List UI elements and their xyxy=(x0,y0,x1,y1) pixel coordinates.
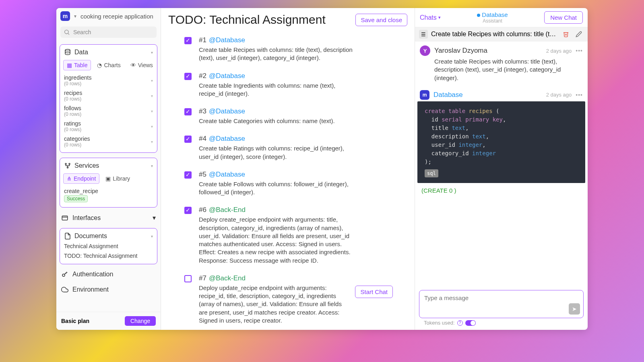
svg-point-4 xyxy=(69,163,70,165)
chat-textarea[interactable] xyxy=(424,294,578,308)
svg-rect-6 xyxy=(62,216,68,220)
svg-line-1 xyxy=(68,33,69,35)
checkbox[interactable] xyxy=(184,136,192,143)
tab-views[interactable]: 👁Views xyxy=(127,60,157,70)
plan-label: Basic plan xyxy=(61,318,89,324)
chats-dropdown[interactable]: Chats▾ xyxy=(420,14,441,21)
service-item[interactable]: create_recipe Success xyxy=(63,186,154,204)
todo-number: #3 xyxy=(199,107,206,115)
svg-point-5 xyxy=(67,167,68,168)
todo-number: #6 xyxy=(199,206,206,214)
table-item[interactable]: ingredients(0 rows)▾ xyxy=(63,73,154,88)
trash-icon[interactable] xyxy=(561,30,571,38)
todo-tag[interactable]: @Database xyxy=(209,36,245,44)
tab-table[interactable]: ▦Table xyxy=(63,60,91,70)
data-panel: Data ▾ ▦Table ◔Charts 👁Views ingredients… xyxy=(60,44,157,153)
todo-number: #1 xyxy=(199,36,206,44)
tab-endpoint[interactable]: ⋔Endpoint xyxy=(63,173,99,184)
documents-panel: Documents ▾ Technical Assignment TODO: T… xyxy=(60,228,157,264)
chevron-down-icon[interactable]: ▾ xyxy=(151,164,153,168)
todo-tag[interactable]: @Database xyxy=(209,72,245,80)
chevron-down-icon: ▾ xyxy=(153,214,156,222)
todo-description: Create table Ratings with columns: recip… xyxy=(199,144,360,161)
message-author: Database xyxy=(433,91,463,99)
checkbox[interactable] xyxy=(184,207,192,214)
data-panel-title: Data xyxy=(74,49,88,56)
todo-tag[interactable]: @Back-End xyxy=(209,206,246,214)
services-panel: Services ▾ ⋔Endpoint ▣Library create_rec… xyxy=(60,158,157,208)
status-dot-icon xyxy=(477,14,480,17)
chevron-down-icon: ▾ xyxy=(438,15,441,20)
tokens-toggle[interactable] xyxy=(465,320,476,326)
tab-library[interactable]: ▣Library xyxy=(102,173,134,184)
table-item[interactable]: follows(0 rows)▾ xyxy=(63,103,154,119)
tab-charts[interactable]: ◔Charts xyxy=(93,60,124,70)
interfaces-icon xyxy=(61,214,68,222)
todo-tag[interactable]: @Back-End xyxy=(209,274,246,282)
new-chat-button[interactable]: New Chat xyxy=(544,11,583,24)
todo-number: #5 xyxy=(199,171,206,178)
code-block: create table recipes ( id serial primary… xyxy=(417,101,585,183)
thread-title: Create table Recipes with columns: title… xyxy=(431,31,558,38)
search-input[interactable]: Search xyxy=(60,27,157,38)
chevron-down-icon: ▾ xyxy=(151,94,153,98)
todo-description: Deploy create_recipe endpoint with argum… xyxy=(199,216,360,265)
help-icon[interactable]: ? xyxy=(457,320,463,326)
todo-tag[interactable]: @Database xyxy=(209,107,245,115)
more-icon[interactable]: ••• xyxy=(576,92,583,98)
document-item[interactable]: TODO: Technical Assignment xyxy=(63,251,154,261)
chevron-down-icon: ▾ xyxy=(151,140,153,144)
table-item[interactable]: recipes(0 rows)▾ xyxy=(63,88,154,103)
database-icon: ☰ xyxy=(419,30,428,39)
services-icon xyxy=(64,162,71,169)
message-time: 2 days ago xyxy=(546,92,572,98)
save-close-button[interactable]: Save and close xyxy=(355,14,407,26)
change-plan-button[interactable]: Change xyxy=(125,316,156,326)
nav-environment[interactable]: Environment xyxy=(56,282,161,297)
todo-tag[interactable]: @Database xyxy=(209,135,245,142)
nav-interfaces[interactable]: Interfaces▾ xyxy=(56,210,161,226)
documents-title: Documents xyxy=(74,232,107,240)
todo-tag[interactable]: @Database xyxy=(209,171,245,178)
cloud-icon xyxy=(61,286,68,293)
checkbox[interactable] xyxy=(184,275,192,282)
chevron-down-icon[interactable]: ▾ xyxy=(151,234,153,239)
todo-item: #3@DatabaseCreate table Categories with … xyxy=(168,102,405,129)
svg-point-3 xyxy=(65,163,66,165)
table-item[interactable]: ratings(0 rows)▾ xyxy=(63,119,154,134)
document-item[interactable]: Technical Assignment xyxy=(63,241,154,251)
todo-description: Deploy update_recipe endpoint with argum… xyxy=(199,284,348,325)
svg-point-2 xyxy=(65,49,70,51)
todo-description: Create table Recipes with columns: title… xyxy=(199,46,360,62)
todo-item: #7@Back-EndDeploy update_recipe endpoint… xyxy=(168,269,405,329)
table-item[interactable]: categories(0 rows)▾ xyxy=(63,134,154,149)
app-logo[interactable]: m xyxy=(60,11,70,21)
checkbox[interactable] xyxy=(184,108,192,115)
message-body: Create table Recipes with columns: title… xyxy=(434,58,583,82)
chart-icon: ◔ xyxy=(97,62,102,68)
status-badge: Success xyxy=(64,195,88,202)
todo-item: #4@DatabaseCreate table Ratings with col… xyxy=(168,129,405,165)
start-chat-button[interactable]: Start Chat xyxy=(355,286,393,298)
checkbox[interactable] xyxy=(184,37,192,44)
checkbox[interactable] xyxy=(184,171,192,179)
nav-authentication[interactable]: Authentication xyxy=(56,267,161,282)
chevron-down-icon: ▾ xyxy=(151,124,153,129)
message-time: 2 days ago xyxy=(546,48,572,54)
chat-input[interactable]: ➤ xyxy=(419,290,584,318)
avatar: m xyxy=(420,90,429,100)
message-author: Yaroslav Dzyoma xyxy=(434,47,487,55)
tokens-label: Tokens used: xyxy=(424,320,455,326)
edit-icon[interactable] xyxy=(574,30,584,38)
chevron-down-icon[interactable]: ▾ xyxy=(151,50,153,55)
page-title: TODO: Technical Assignment xyxy=(168,13,326,27)
checkbox[interactable] xyxy=(184,73,192,80)
search-placeholder: Search xyxy=(73,29,91,35)
more-icon[interactable]: ••• xyxy=(576,47,583,54)
todo-description: Create table Categories with columns: na… xyxy=(199,117,360,125)
todo-number: #2 xyxy=(199,72,206,80)
todo-number: #7 xyxy=(199,274,206,282)
send-button[interactable]: ➤ xyxy=(569,303,580,315)
sql-badge: sql xyxy=(425,169,438,177)
chevron-down-icon: ▾ xyxy=(151,78,153,83)
